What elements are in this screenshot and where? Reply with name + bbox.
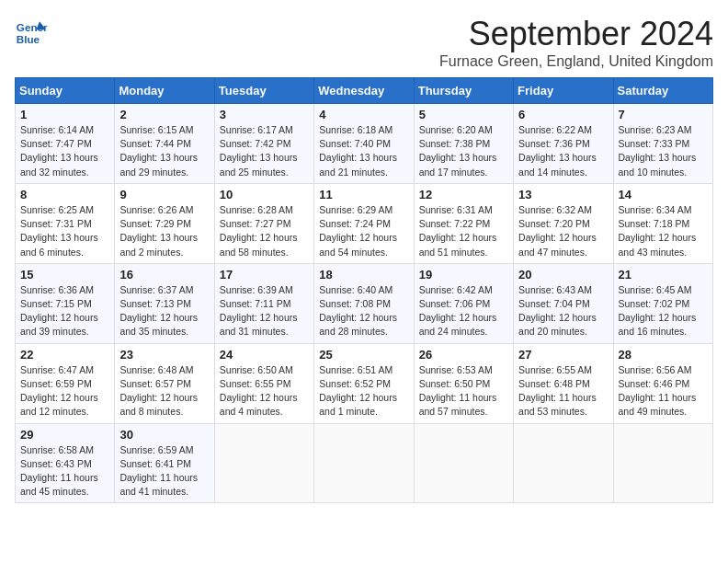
weekday-header-sunday: Sunday xyxy=(16,78,115,104)
weekday-header-tuesday: Tuesday xyxy=(214,78,313,104)
calendar-cell: 2Sunrise: 6:15 AM Sunset: 7:44 PM Daylig… xyxy=(115,104,214,184)
day-number: 27 xyxy=(518,348,608,362)
day-detail: Sunrise: 6:39 AM Sunset: 7:11 PM Dayligh… xyxy=(220,283,309,339)
day-detail: Sunrise: 6:18 AM Sunset: 7:40 PM Dayligh… xyxy=(319,123,408,179)
calendar-cell: 30Sunrise: 6:59 AM Sunset: 6:41 PM Dayli… xyxy=(115,423,214,503)
day-detail: Sunrise: 6:56 AM Sunset: 6:46 PM Dayligh… xyxy=(619,363,708,419)
calendar-cell: 25Sunrise: 6:51 AM Sunset: 6:52 PM Dayli… xyxy=(314,343,414,423)
title-block: September 2024 Furnace Green, England, U… xyxy=(439,15,713,70)
day-number: 30 xyxy=(119,428,209,442)
calendar-header-row: SundayMondayTuesdayWednesdayThursdayFrid… xyxy=(16,78,713,104)
weekday-header-saturday: Saturday xyxy=(613,78,712,104)
calendar-cell: 19Sunrise: 6:42 AM Sunset: 7:06 PM Dayli… xyxy=(414,263,513,343)
calendar-cell: 11Sunrise: 6:29 AM Sunset: 7:24 PM Dayli… xyxy=(314,183,414,263)
day-detail: Sunrise: 6:32 AM Sunset: 7:20 PM Dayligh… xyxy=(518,203,608,259)
calendar-cell: 15Sunrise: 6:36 AM Sunset: 7:15 PM Dayli… xyxy=(16,263,115,343)
day-number: 17 xyxy=(220,268,309,282)
calendar-cell: 17Sunrise: 6:39 AM Sunset: 7:11 PM Dayli… xyxy=(214,263,313,343)
day-detail: Sunrise: 6:36 AM Sunset: 7:15 PM Dayligh… xyxy=(20,283,109,339)
calendar-cell: 3Sunrise: 6:17 AM Sunset: 7:42 PM Daylig… xyxy=(214,104,313,184)
day-detail: Sunrise: 6:26 AM Sunset: 7:29 PM Dayligh… xyxy=(119,203,209,259)
day-number: 2 xyxy=(119,108,209,121)
day-detail: Sunrise: 6:53 AM Sunset: 6:50 PM Dayligh… xyxy=(419,363,508,419)
day-number: 29 xyxy=(20,428,109,442)
calendar-cell: 20Sunrise: 6:43 AM Sunset: 7:04 PM Dayli… xyxy=(514,263,613,343)
calendar-cell: 14Sunrise: 6:34 AM Sunset: 7:18 PM Dayli… xyxy=(613,183,712,263)
calendar-week-row: 29Sunrise: 6:58 AM Sunset: 6:43 PM Dayli… xyxy=(16,423,713,503)
weekday-header-wednesday: Wednesday xyxy=(314,78,414,104)
day-number: 22 xyxy=(20,348,109,362)
day-number: 13 xyxy=(518,188,608,201)
day-number: 3 xyxy=(220,108,309,121)
calendar-cell: 22Sunrise: 6:47 AM Sunset: 6:59 PM Dayli… xyxy=(16,343,115,423)
day-number: 10 xyxy=(220,188,309,201)
day-number: 28 xyxy=(619,348,708,362)
calendar-cell xyxy=(214,423,313,503)
calendar-cell: 24Sunrise: 6:50 AM Sunset: 6:55 PM Dayli… xyxy=(214,343,313,423)
logo: General Blue xyxy=(15,15,48,48)
calendar-cell: 12Sunrise: 6:31 AM Sunset: 7:22 PM Dayli… xyxy=(414,183,513,263)
day-detail: Sunrise: 6:55 AM Sunset: 6:48 PM Dayligh… xyxy=(518,363,608,419)
day-number: 16 xyxy=(119,268,209,282)
calendar-cell: 23Sunrise: 6:48 AM Sunset: 6:57 PM Dayli… xyxy=(115,343,214,423)
day-detail: Sunrise: 6:42 AM Sunset: 7:06 PM Dayligh… xyxy=(419,283,508,339)
calendar-week-row: 1Sunrise: 6:14 AM Sunset: 7:47 PM Daylig… xyxy=(16,104,713,184)
day-number: 15 xyxy=(20,268,109,282)
location-subtitle: Furnace Green, England, United Kingdom xyxy=(439,53,713,70)
day-detail: Sunrise: 6:48 AM Sunset: 6:57 PM Dayligh… xyxy=(119,363,209,419)
calendar-cell xyxy=(414,423,513,503)
day-detail: Sunrise: 6:40 AM Sunset: 7:08 PM Dayligh… xyxy=(319,283,408,339)
day-number: 7 xyxy=(619,108,708,121)
svg-text:Blue: Blue xyxy=(17,33,40,45)
day-detail: Sunrise: 6:31 AM Sunset: 7:22 PM Dayligh… xyxy=(419,203,508,259)
day-number: 24 xyxy=(220,348,309,362)
day-detail: Sunrise: 6:28 AM Sunset: 7:27 PM Dayligh… xyxy=(220,203,309,259)
day-detail: Sunrise: 6:58 AM Sunset: 6:43 PM Dayligh… xyxy=(20,443,109,500)
calendar-cell: 27Sunrise: 6:55 AM Sunset: 6:48 PM Dayli… xyxy=(514,343,613,423)
calendar-cell xyxy=(514,423,613,503)
day-detail: Sunrise: 6:17 AM Sunset: 7:42 PM Dayligh… xyxy=(220,123,309,179)
day-number: 6 xyxy=(518,108,608,121)
day-detail: Sunrise: 6:47 AM Sunset: 6:59 PM Dayligh… xyxy=(20,363,109,419)
calendar-cell: 16Sunrise: 6:37 AM Sunset: 7:13 PM Dayli… xyxy=(115,263,214,343)
page-header: General Blue September 2024 Furnace Gree… xyxy=(15,15,713,70)
day-detail: Sunrise: 6:50 AM Sunset: 6:55 PM Dayligh… xyxy=(220,363,309,419)
day-number: 4 xyxy=(319,108,408,121)
day-detail: Sunrise: 6:51 AM Sunset: 6:52 PM Dayligh… xyxy=(319,363,408,419)
calendar-cell xyxy=(613,423,712,503)
calendar-cell: 29Sunrise: 6:58 AM Sunset: 6:43 PM Dayli… xyxy=(16,423,115,503)
day-number: 9 xyxy=(119,188,209,201)
calendar-cell: 5Sunrise: 6:20 AM Sunset: 7:38 PM Daylig… xyxy=(414,104,513,184)
day-number: 14 xyxy=(619,188,708,201)
calendar-cell: 26Sunrise: 6:53 AM Sunset: 6:50 PM Dayli… xyxy=(414,343,513,423)
day-detail: Sunrise: 6:15 AM Sunset: 7:44 PM Dayligh… xyxy=(119,123,209,179)
calendar-cell: 13Sunrise: 6:32 AM Sunset: 7:20 PM Dayli… xyxy=(514,183,613,263)
day-detail: Sunrise: 6:37 AM Sunset: 7:13 PM Dayligh… xyxy=(119,283,209,339)
day-number: 5 xyxy=(419,108,508,121)
calendar-cell: 1Sunrise: 6:14 AM Sunset: 7:47 PM Daylig… xyxy=(16,104,115,184)
calendar-week-row: 8Sunrise: 6:25 AM Sunset: 7:31 PM Daylig… xyxy=(16,183,713,263)
weekday-header-thursday: Thursday xyxy=(414,78,513,104)
calendar-cell xyxy=(314,423,414,503)
calendar-cell: 6Sunrise: 6:22 AM Sunset: 7:36 PM Daylig… xyxy=(514,104,613,184)
calendar-table: SundayMondayTuesdayWednesdayThursdayFrid… xyxy=(15,77,713,503)
calendar-cell: 9Sunrise: 6:26 AM Sunset: 7:29 PM Daylig… xyxy=(115,183,214,263)
calendar-cell: 10Sunrise: 6:28 AM Sunset: 7:27 PM Dayli… xyxy=(214,183,313,263)
day-detail: Sunrise: 6:34 AM Sunset: 7:18 PM Dayligh… xyxy=(619,203,708,259)
day-number: 23 xyxy=(119,348,209,362)
day-number: 8 xyxy=(20,188,109,201)
day-number: 18 xyxy=(319,268,408,282)
day-detail: Sunrise: 6:43 AM Sunset: 7:04 PM Dayligh… xyxy=(518,283,608,339)
calendar-cell: 8Sunrise: 6:25 AM Sunset: 7:31 PM Daylig… xyxy=(16,183,115,263)
day-number: 12 xyxy=(419,188,508,201)
weekday-header-friday: Friday xyxy=(514,78,613,104)
day-detail: Sunrise: 6:23 AM Sunset: 7:33 PM Dayligh… xyxy=(619,123,708,179)
month-title: September 2024 xyxy=(439,15,713,53)
day-number: 20 xyxy=(518,268,608,282)
day-number: 21 xyxy=(619,268,708,282)
day-detail: Sunrise: 6:22 AM Sunset: 7:36 PM Dayligh… xyxy=(518,123,608,179)
calendar-cell: 4Sunrise: 6:18 AM Sunset: 7:40 PM Daylig… xyxy=(314,104,414,184)
day-detail: Sunrise: 6:14 AM Sunset: 7:47 PM Dayligh… xyxy=(20,123,109,179)
weekday-header-monday: Monday xyxy=(115,78,214,104)
day-detail: Sunrise: 6:20 AM Sunset: 7:38 PM Dayligh… xyxy=(419,123,508,179)
